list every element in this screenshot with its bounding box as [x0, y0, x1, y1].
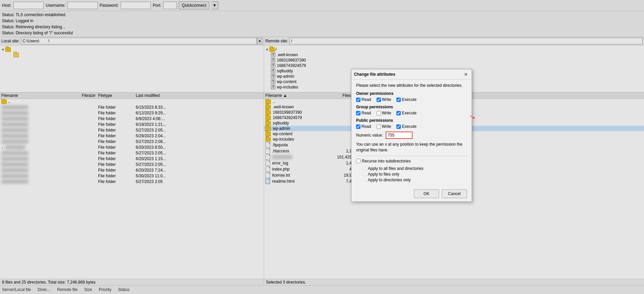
dialog-close-button[interactable]: ✕ — [463, 71, 469, 77]
table-row[interactable]: File folder 5/27/2023 2:08... — [0, 139, 264, 145]
table-row[interactable]: File folder 6/20/2023 1:15... — [0, 156, 264, 162]
remote-site-input[interactable] — [289, 38, 643, 44]
dialog-description: Please select the new attributes for the… — [356, 83, 467, 88]
owner-write-checkbox-label[interactable]: Write — [377, 97, 391, 102]
group-read-checkbox-label[interactable]: Read — [356, 111, 371, 115]
table-row[interactable]: File folder 6/20/2023 7:24... — [0, 168, 264, 173]
public-permissions-section: Public permissions Read Write Execute — [356, 118, 467, 129]
local-header-filetype[interactable]: Filetype — [95, 93, 136, 98]
recurse-label-text: Recurse into subdirectories — [362, 159, 411, 163]
host-input[interactable] — [13, 2, 44, 9]
bottom-status-local: 8 files and 25 directories. Total size: … — [0, 279, 644, 285]
main-area: ▼ Filename Filesize Filetype Last modifi… — [0, 45, 644, 279]
group-write-checkbox-label[interactable]: Write — [377, 111, 391, 115]
local-tree: ▼ — [0, 45, 264, 93]
group-permissions-label: Group permissions — [356, 105, 467, 109]
recurse-checkbox[interactable] — [356, 159, 360, 163]
remote-site-label: Remote site: — [265, 39, 288, 43]
table-row[interactable]: File folder 5/27/2023 2:05 — [0, 179, 264, 185]
owner-permissions-section: Owner permissions Read Write Execute — [356, 91, 467, 102]
public-execute-checkbox-label[interactable]: Execute — [396, 124, 416, 129]
radio-all-text: Apply to all files and directories — [368, 166, 423, 171]
numeric-value-input[interactable] — [386, 132, 413, 139]
radio-dirs-only-label[interactable]: Apply to directories only — [362, 178, 467, 182]
owner-read-checkbox-label[interactable]: Read — [356, 97, 371, 102]
local-header-lastmod[interactable]: Last modified — [136, 93, 262, 98]
dialog-body: Please select the new attributes for the… — [351, 80, 472, 187]
host-label: Host: — [2, 3, 11, 8]
local-tree-item-2[interactable] — [7, 52, 262, 58]
table-row[interactable]: File folder 6/15/2023 8:33... — [0, 105, 264, 110]
status-line-3: Status: Retrieving directory listing... — [2, 24, 642, 30]
dialog-footer: OK Cancel — [351, 187, 472, 201]
transfer-col-server: Server/Local file — [2, 287, 31, 292]
transfer-col-priority: Priority — [99, 287, 111, 292]
owner-execute-checkbox-label[interactable]: Execute — [396, 97, 416, 102]
status-line-4: Status: Directory listing of "/" success… — [2, 30, 642, 36]
public-execute-checkbox[interactable] — [396, 124, 401, 129]
radio-all-label[interactable]: Apply to all files and directories — [362, 166, 467, 171]
numeric-value-label: Numeric value: — [356, 133, 383, 138]
port-label: Port: — [153, 3, 161, 8]
local-file-list: .. File folder 6/15/2023 8:33... File fo… — [0, 99, 264, 279]
public-read-checkbox-label[interactable]: Read — [356, 124, 371, 129]
table-row[interactable]: .. — [0, 99, 264, 105]
table-row[interactable]: File folder 6/9/2023 4:08:... — [0, 116, 264, 122]
transfer-col-size: Size — [84, 287, 92, 292]
local-site-label: Local site: — [1, 39, 19, 43]
info-text: You can use an x at any position to keep… — [356, 142, 467, 153]
group-permissions-section: Group permissions Read Write Execute — [356, 105, 467, 115]
radio-group: Apply to all files and directories Apply… — [362, 166, 467, 182]
quickconnect-button[interactable]: Quickconnect — [179, 1, 209, 9]
group-read-checkbox[interactable] — [356, 111, 360, 115]
table-row[interactable]: ↓ File folder 6/20/2023 8:50... — [0, 145, 264, 150]
table-row[interactable]: File folder 5/27/2023 2:05... — [0, 150, 264, 156]
local-header-filename[interactable]: Filename — [1, 93, 69, 98]
local-file-header: Filename Filesize Filetype Last modified — [0, 93, 264, 99]
password-input[interactable] — [121, 2, 151, 9]
owner-read-checkbox[interactable] — [356, 98, 360, 102]
table-row[interactable]: File folder 5/30/2023 11:0... — [0, 173, 264, 179]
radio-files-only-label[interactable]: Apply to files only — [362, 172, 467, 177]
local-site-input[interactable] — [21, 38, 257, 44]
radio-files-only[interactable] — [362, 172, 367, 176]
transfer-bar: Server/Local file Direc... Remote file S… — [0, 285, 644, 293]
table-row[interactable]: File folder 5/27/2023 2:05... — [0, 162, 264, 168]
remote-tree-1683[interactable]: ? 1683199837390 — [271, 58, 643, 63]
table-row[interactable]: File folder 6/19/2023 1:21... — [0, 122, 264, 127]
recurse-checkbox-label[interactable]: Recurse into subdirectories — [356, 159, 467, 163]
remote-tree-well-known[interactable]: ? .well-known — [271, 52, 643, 58]
radio-dirs-only[interactable] — [362, 178, 367, 182]
local-file-count: 8 files and 25 directories. Total size: … — [2, 280, 96, 285]
transfer-col-status: Status — [118, 287, 129, 292]
remote-site-bar: Remote site: — [264, 37, 644, 45]
numeric-value-row: Numeric value: — [356, 132, 467, 139]
public-read-checkbox[interactable] — [356, 124, 360, 129]
username-input[interactable] — [68, 2, 98, 9]
table-row[interactable]: File folder 6/12/2023 9:29... — [0, 110, 264, 116]
group-write-checkbox[interactable] — [377, 111, 381, 115]
table-row[interactable]: File folder 5/27/2023 2:05... — [0, 127, 264, 133]
group-execute-checkbox-label[interactable]: Execute — [396, 111, 416, 115]
radio-all-files[interactable] — [362, 166, 367, 171]
quickconnect-arrow-button[interactable]: ▼ — [211, 1, 218, 9]
local-site-arrow[interactable]: ▼ — [257, 38, 262, 44]
status-line-2: Status: Logged in — [2, 18, 642, 24]
table-row[interactable]: File folder 5/29/2023 2:04... — [0, 133, 264, 139]
group-execute-checkbox[interactable] — [396, 111, 401, 115]
public-write-checkbox-label[interactable]: Write — [377, 124, 391, 129]
port-input[interactable] — [163, 2, 177, 9]
public-write-checkbox[interactable] — [377, 124, 381, 129]
ok-button[interactable]: OK — [414, 189, 439, 198]
owner-write-checkbox[interactable] — [377, 98, 381, 102]
password-label: Password: — [100, 3, 119, 8]
local-header-filesize[interactable]: Filesize — [69, 93, 95, 98]
remote-tree-1686[interactable]: ? 1686743924579 — [271, 63, 643, 68]
owner-execute-checkbox[interactable] — [396, 98, 401, 102]
public-permissions-label: Public permissions — [356, 118, 467, 123]
remote-header-filename[interactable]: Filename ▲ — [265, 93, 333, 98]
cancel-button[interactable]: Cancel — [442, 189, 467, 198]
local-tree-item-1[interactable]: ▼ — [1, 47, 262, 52]
status-line-1: Status: TLS connection established. — [2, 12, 642, 18]
remote-tree-root[interactable]: ▼ / — [265, 47, 643, 52]
